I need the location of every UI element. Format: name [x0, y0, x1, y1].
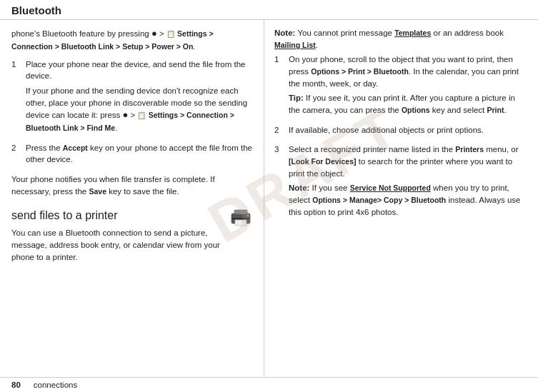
svg-rect-1: [234, 210, 247, 214]
svg-rect-3: [231, 218, 250, 219]
left-step-2-text: Press the Accept key on your phone to ac…: [26, 142, 254, 166]
left-step-1-sub: If your phone and the sending device don…: [26, 85, 254, 134]
tip-label: Tip:: [289, 94, 304, 102]
right-step-1-content: On your phone, scroll to the object that…: [289, 54, 528, 119]
send-files-heading: send files to a printer: [11, 208, 221, 223]
left-step-1: 1 Place your phone near the device, and …: [11, 59, 254, 137]
mailing-list-label: Mailing List: [274, 41, 316, 49]
footer-bar: 80 connections: [0, 377, 538, 392]
note-label-2: Note:: [289, 184, 309, 192]
look-for-devices: [Look For Devices]: [289, 157, 357, 166]
page-number: 80: [11, 381, 21, 389]
right-step-3-text: Select a recognized printer name listed …: [289, 144, 528, 179]
templates-label: Templates: [394, 29, 431, 37]
right-note-2: Note: If you see Service Not Supported w…: [289, 182, 528, 218]
section-heading-area: send files to a printer You can use a Bl…: [11, 203, 254, 266]
options-print-bluetooth: Options > Print > Bluetooth: [311, 67, 409, 76]
right-step-1-main: On your phone, scroll to the object that…: [289, 54, 528, 89]
right-step-3-number: 3: [274, 144, 289, 221]
note-label-1: Note:: [274, 29, 295, 37]
page-title: Bluetooth: [11, 4, 61, 16]
left-step-2-number: 2: [11, 142, 26, 169]
right-step-1-tip: Tip: If you see it, you can print it. Af…: [289, 92, 528, 116]
right-step-2-number: 2: [274, 124, 289, 139]
after-steps-text: Your phone notifies you when file transf…: [11, 174, 254, 197]
right-step-1-number: 1: [274, 54, 289, 119]
right-step-3: 3 Select a recognized printer name liste…: [274, 144, 528, 221]
printers-menu: Printers: [455, 145, 484, 154]
section-heading-block: send files to a printer You can use a Bl…: [11, 203, 221, 266]
section-intro-text: You can use a Bluetooth connection to se…: [11, 227, 221, 263]
header-bar: Bluetooth: [0, 0, 538, 20]
left-column: phone's Bluetooth feature by pressing ● …: [0, 20, 264, 377]
right-step-3-content: Select a recognized printer name listed …: [289, 144, 528, 221]
service-not-supported: Service Not Supported: [350, 184, 431, 192]
right-step-2: 2 If available, choose additional object…: [274, 124, 528, 139]
print-option: Print: [487, 106, 504, 114]
intro-paragraph: phone's Bluetooth feature by pressing ● …: [11, 27, 254, 53]
footer-section: connections: [34, 381, 77, 389]
right-step-1: 1 On your phone, scroll to the object th…: [274, 54, 528, 119]
left-step-2: 2 Press the Accept key on your phone to …: [11, 142, 254, 169]
right-step-2-content: If available, choose additional objects …: [289, 124, 528, 139]
left-step-1-main: Place your phone near the device, and se…: [26, 59, 254, 82]
left-step-1-number: 1: [11, 59, 26, 137]
left-step-1-content: Place your phone near the device, and se…: [26, 59, 254, 137]
printer-icon: [228, 204, 254, 231]
svg-point-4: [247, 215, 249, 217]
save-key-label: Save: [89, 187, 106, 196]
right-step-2-text: If available, choose additional objects …: [289, 124, 528, 136]
svg-rect-2: [235, 220, 246, 226]
main-content: phone's Bluetooth feature by pressing ● …: [0, 20, 538, 377]
right-column: Note: You cannot print message Templates…: [264, 20, 538, 377]
right-note-1: Note: You cannot print message Templates…: [274, 27, 528, 51]
left-step-2-content: Press the Accept key on your phone to ac…: [26, 142, 254, 169]
options-key: Options: [402, 106, 430, 114]
options-manage-copy-bluetooth: Options > Manage> Copy > Bluetooth: [312, 196, 446, 204]
accept-key-label: Accept: [63, 144, 88, 152]
